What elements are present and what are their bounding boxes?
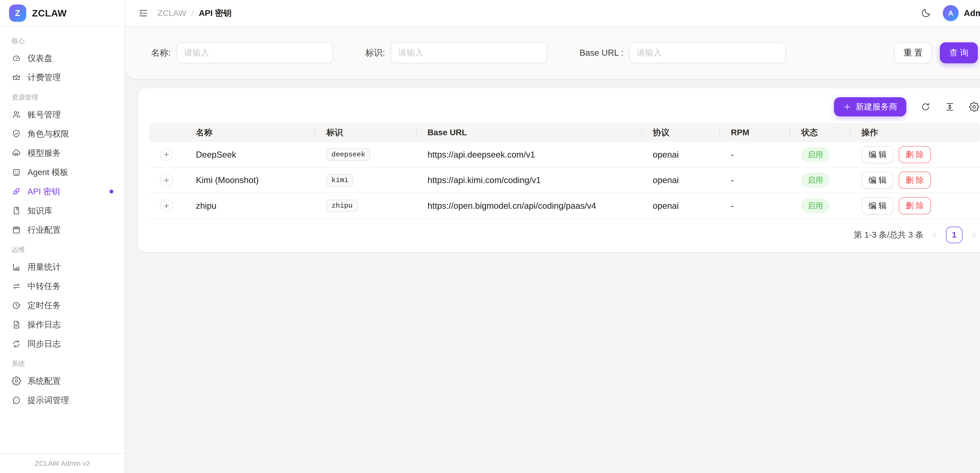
prev-page-button[interactable] bbox=[931, 231, 939, 239]
header-slug: 标识 bbox=[315, 123, 416, 142]
provider-rpm: - bbox=[719, 175, 790, 185]
topbar-right: A Admin bbox=[920, 5, 980, 21]
active-indicator-dot bbox=[110, 190, 113, 193]
app-window: Z ZCLAW 核心 仪表盘 计费管理 资源管理 账号管理 角色与权限 bbox=[0, 0, 980, 473]
sidebar-item-label: 操作日志 bbox=[27, 319, 61, 330]
provider-name: DeepSeek bbox=[184, 150, 315, 159]
edit-button[interactable]: 编 辑 bbox=[861, 197, 894, 215]
delete-button[interactable]: 删 除 bbox=[899, 172, 931, 189]
sidebar-item-knowledge-base[interactable]: 知识库 bbox=[8, 201, 117, 220]
users-icon bbox=[11, 110, 21, 119]
status-badge: 启用 bbox=[801, 147, 829, 162]
reset-button[interactable]: 重 置 bbox=[894, 42, 932, 64]
row-actions: 编 辑 删 除 bbox=[861, 146, 980, 163]
sidebar-item-sync-logs[interactable]: 同步日志 bbox=[8, 334, 117, 354]
sidebar-collapse-button[interactable] bbox=[138, 8, 148, 18]
user-name[interactable]: Admin bbox=[964, 8, 980, 18]
header-actions: 操作 bbox=[850, 123, 980, 142]
section-label-resources: 资源管理 bbox=[8, 87, 117, 105]
table-header: 名称 标识 Base URL 协议 RPM 状态 操作 bbox=[149, 123, 980, 142]
create-provider-button[interactable]: 新建服务商 bbox=[834, 97, 906, 116]
status-badge: 启用 bbox=[801, 198, 829, 213]
sidebar-item-roles[interactable]: 角色与权限 bbox=[8, 124, 117, 143]
filter-group-slug: 标识: bbox=[365, 42, 547, 64]
plug-icon bbox=[11, 186, 21, 196]
sidebar-item-label: 仪表盘 bbox=[27, 53, 52, 64]
logo-letter: Z bbox=[15, 8, 20, 18]
sidebar-item-industry-config[interactable]: 行业配置 bbox=[8, 220, 117, 239]
name-filter-input[interactable] bbox=[177, 42, 333, 64]
row-density-button[interactable] bbox=[945, 102, 955, 112]
filter-group-name: 名称: bbox=[151, 42, 333, 64]
section-label-core: 核心 bbox=[8, 31, 117, 49]
moon-icon bbox=[920, 8, 931, 19]
edit-button[interactable]: 编 辑 bbox=[861, 146, 894, 163]
sidebar-nav: 核心 仪表盘 计费管理 资源管理 账号管理 角色与权限 模型服务 bbox=[0, 27, 125, 453]
table-row: DeepSeek deepseek https://api.deepseek.c… bbox=[149, 142, 980, 168]
chevron-left-icon bbox=[931, 231, 939, 239]
shield-check-icon bbox=[11, 129, 21, 139]
sidebar-item-operation-logs[interactable]: 操作日志 bbox=[8, 315, 117, 334]
sidebar-footer: ZCLAW Admin v2 bbox=[0, 453, 125, 473]
topbar: ZCLAW / API 密钥 A Admin bbox=[126, 0, 980, 27]
edit-button[interactable]: 编 辑 bbox=[861, 172, 894, 189]
delete-button[interactable]: 删 除 bbox=[899, 197, 931, 215]
table-toolbar: 新建服务商 bbox=[149, 95, 980, 123]
main-area: ZCLAW / API 密钥 A Admin 名称: 标识: bbox=[126, 0, 980, 473]
expand-row-button[interactable] bbox=[160, 174, 173, 186]
header-rpm: RPM bbox=[719, 123, 790, 142]
next-page-button[interactable] bbox=[970, 231, 978, 239]
sidebar-item-relay-tasks[interactable]: 中转任务 bbox=[8, 277, 117, 296]
provider-base-url: https://api.kimi.com/coding/v1 bbox=[416, 175, 641, 185]
sidebar-item-accounts[interactable]: 账号管理 bbox=[8, 105, 117, 124]
sidebar-item-agent-templates[interactable]: Agent 模板 bbox=[8, 163, 117, 182]
provider-base-url: https://api.deepseek.com/v1 bbox=[416, 150, 641, 159]
page-number-button[interactable]: 1 bbox=[946, 226, 963, 243]
refresh-button[interactable] bbox=[920, 102, 931, 112]
avatar[interactable]: A bbox=[943, 5, 959, 21]
robot-icon bbox=[11, 167, 21, 177]
sidebar-item-prompt-management[interactable]: 提示词管理 bbox=[8, 391, 117, 410]
expand-row-button[interactable] bbox=[160, 148, 173, 161]
table-settings-button[interactable] bbox=[969, 102, 979, 112]
sidebar-item-system-config[interactable]: 系统配置 bbox=[8, 371, 117, 391]
chat-icon bbox=[11, 395, 21, 405]
header-name: 名称 bbox=[184, 123, 315, 142]
cloud-server-icon bbox=[11, 148, 21, 158]
table-row: zhipu zhipu https://open.bigmodel.cn/api… bbox=[149, 193, 980, 219]
sidebar-item-api-keys[interactable]: API 密钥 bbox=[8, 182, 117, 201]
breadcrumb-root[interactable]: ZCLAW bbox=[158, 8, 186, 18]
sidebar-item-scheduled-tasks[interactable]: 定时任务 bbox=[8, 296, 117, 315]
app-title: ZCLAW bbox=[32, 8, 67, 19]
search-button[interactable]: 查 询 bbox=[940, 42, 978, 64]
sidebar: Z ZCLAW 核心 仪表盘 计费管理 资源管理 账号管理 角色与权限 bbox=[0, 0, 126, 473]
column-height-icon bbox=[945, 102, 955, 112]
chevron-right-icon bbox=[970, 231, 978, 239]
sidebar-item-label: 角色与权限 bbox=[27, 128, 69, 140]
sidebar-item-label: 账号管理 bbox=[27, 109, 61, 120]
refresh-icon bbox=[920, 102, 931, 112]
gauge-icon bbox=[11, 54, 21, 63]
header-status: 状态 bbox=[790, 123, 850, 142]
header-base-url: Base URL bbox=[416, 123, 641, 142]
sidebar-item-model-services[interactable]: 模型服务 bbox=[8, 143, 117, 163]
filter-label-slug: 标识: bbox=[365, 47, 385, 59]
avatar-letter: A bbox=[948, 9, 953, 17]
pagination: 第 1-3 条/总共 3 条 1 bbox=[149, 219, 980, 247]
base-url-filter-input[interactable] bbox=[629, 42, 786, 64]
plus-icon bbox=[843, 103, 851, 111]
delete-button[interactable]: 删 除 bbox=[899, 146, 931, 163]
dark-mode-toggle[interactable] bbox=[920, 8, 931, 19]
sidebar-item-label: 中转任务 bbox=[27, 280, 61, 292]
sidebar-item-usage-stats[interactable]: 用量统计 bbox=[8, 257, 117, 277]
plus-icon bbox=[163, 151, 170, 158]
sidebar-item-label: Agent 模板 bbox=[27, 167, 68, 178]
sidebar-item-label: 知识库 bbox=[27, 205, 52, 217]
slug-filter-input[interactable] bbox=[391, 42, 547, 64]
expand-row-button[interactable] bbox=[160, 199, 173, 212]
sidebar-item-billing[interactable]: 计费管理 bbox=[8, 68, 117, 87]
plus-icon bbox=[163, 203, 170, 209]
pagination-total: 第 1-3 条/总共 3 条 bbox=[854, 229, 924, 240]
provider-protocol: openai bbox=[641, 175, 719, 185]
sidebar-item-dashboard[interactable]: 仪表盘 bbox=[8, 49, 117, 68]
